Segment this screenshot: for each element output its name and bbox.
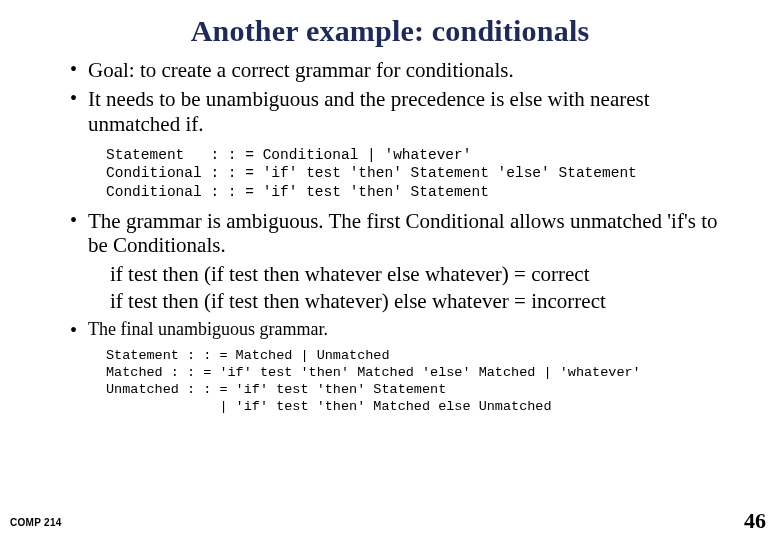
slide-body: Goal: to create a correct grammar for co… [0,54,780,416]
bullet-text: The grammar is ambiguous. The first Cond… [88,209,718,258]
code-grammar-final: Statement : : = Matched | Unmatched Matc… [70,344,740,416]
bullet-text: Goal: to create a correct grammar for co… [88,58,514,82]
code-grammar-ambiguous: Statement : : = Conditional | 'whatever'… [70,140,740,208]
bullet-ambiguous: The grammar is ambiguous. The first Cond… [70,209,740,259]
footer-course: COMP 214 [10,517,62,528]
bullet-final: The final unambiguous grammar. [70,318,740,341]
slide: Another example: conditionals Goal: to c… [0,0,780,540]
bullet-text: The final unambiguous grammar. [88,319,328,339]
example-incorrect: if test then (if test then whatever) els… [70,289,740,314]
slide-title: Another example: conditionals [0,0,780,54]
bullet-list: Goal: to create a correct grammar for co… [70,58,740,136]
bullet-list-3: The final unambiguous grammar. [70,318,740,341]
bullet-text: It needs to be unambiguous and the prece… [88,87,650,136]
bullet-list-2: The grammar is ambiguous. The first Cond… [70,209,740,259]
example-correct: if test then (if test then whatever else… [70,262,740,287]
footer-page-number: 46 [744,508,766,534]
bullet-goal: Goal: to create a correct grammar for co… [70,58,740,83]
bullet-unambiguous: It needs to be unambiguous and the prece… [70,87,740,137]
